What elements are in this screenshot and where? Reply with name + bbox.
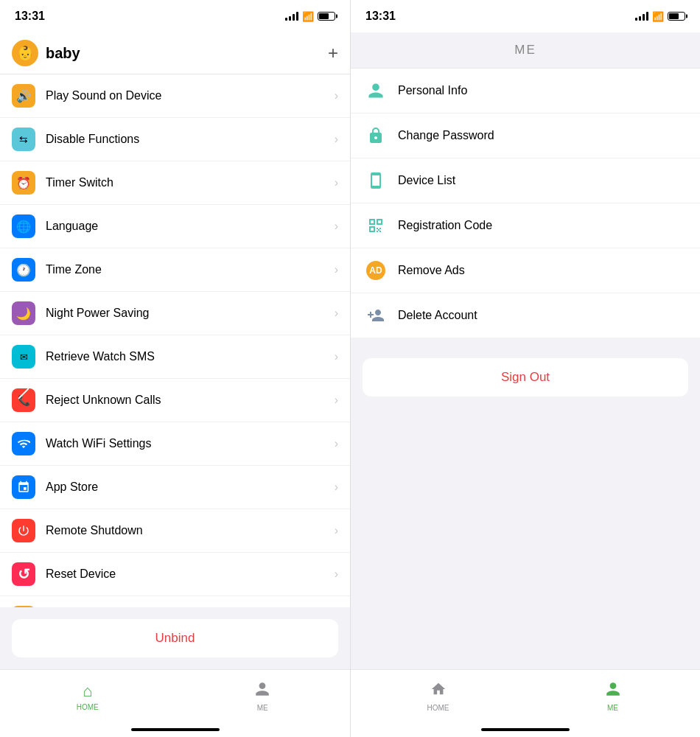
change-password-label: Change Password (398, 129, 685, 142)
device-list-label: Device List (398, 174, 685, 187)
nav-home-left[interactable]: ⌂ HOME (0, 670, 175, 722)
chevron-icon: › (335, 524, 338, 537)
menu-label-timer-switch: Timer Switch (46, 176, 335, 189)
delete-account-icon (365, 305, 386, 326)
device-header: 👶 baby + (0, 32, 350, 74)
wifi-icon: 📶 (302, 11, 314, 22)
chevron-icon: › (335, 394, 338, 407)
chevron-icon: › (335, 263, 338, 276)
menu-item-remote-restart[interactable]: 🔄 Remote Restart › (0, 596, 350, 607)
chevron-icon: › (335, 567, 338, 581)
chevron-icon: › (335, 133, 338, 146)
battery-icon (318, 12, 335, 21)
menu-item-app-store[interactable]: App Store › (0, 466, 350, 509)
menu-item-delete-account[interactable]: Delete Account (351, 293, 700, 338)
bottom-nav-left: ⌂ HOME ME (0, 669, 350, 722)
time-right: 13:31 (365, 10, 396, 23)
menu-label-play-sound: Play Sound on Device (46, 89, 335, 102)
me-title: ME (514, 43, 536, 57)
wifi-icon-right: 📶 (652, 11, 664, 22)
device-menu-list: 🔊 Play Sound on Device › ⇆ Disable Funct… (0, 74, 350, 607)
home-nav-icon-right (430, 681, 447, 702)
remove-ads-icon: AD (365, 260, 386, 281)
chevron-icon: › (335, 350, 338, 363)
menu-item-remove-ads[interactable]: AD Remove Ads (351, 248, 700, 293)
battery-icon-right (668, 12, 685, 21)
menu-item-registration-code[interactable]: Registration Code (351, 203, 700, 248)
menu-label-language: Language (46, 220, 335, 233)
gray-area (351, 408, 700, 669)
signal-icon-right (635, 12, 648, 21)
menu-label-watch-wifi: Watch WiFi Settings (46, 437, 335, 450)
menu-item-language[interactable]: 🌐 Language › (0, 205, 350, 248)
menu-label-reject-calls: Reject Unknown Calls (46, 394, 335, 407)
left-scroll-area: 🔊 Play Sound on Device › ⇆ Disable Funct… (0, 74, 350, 607)
chevron-icon: › (335, 437, 338, 450)
night-power-icon: 🌙 (12, 301, 35, 325)
remove-ads-label: Remove Ads (398, 264, 685, 277)
right-panel: 13:31 📶 ME Personal Info (350, 0, 700, 737)
play-sound-icon: 🔊 (12, 84, 35, 108)
left-panel: 13:31 📶 👶 baby + 🔊 Play Sound on (0, 0, 350, 737)
menu-item-remote-shutdown[interactable]: Remote Shutdown › (0, 509, 350, 553)
remote-shutdown-icon (12, 519, 35, 542)
menu-item-night-power[interactable]: 🌙 Night Power Saving › (0, 292, 350, 335)
menu-item-play-sound[interactable]: 🔊 Play Sound on Device › (0, 74, 350, 118)
menu-label-app-store: App Store (46, 481, 335, 494)
reset-device-icon: ↺ (12, 562, 35, 586)
menu-label-remote-shutdown: Remote Shutdown (46, 524, 335, 537)
home-nav-label-right: HOME (427, 704, 449, 712)
disable-functions-icon: ⇆ (12, 128, 35, 151)
language-icon: 🌐 (12, 214, 35, 238)
nav-me-right[interactable]: ME (525, 670, 700, 722)
home-nav-icon: ⌂ (83, 682, 92, 701)
chevron-icon: › (335, 481, 338, 494)
me-nav-label-right: ME (607, 704, 618, 712)
home-bar-right (481, 728, 570, 731)
chevron-icon: › (335, 307, 338, 320)
section-spacer (351, 338, 700, 346)
status-bar-right: 13:31 📶 (351, 0, 700, 32)
device-name: baby (46, 45, 80, 62)
delete-account-label: Delete Account (398, 309, 685, 322)
home-bar-left (131, 728, 220, 731)
me-nav-icon-right (605, 681, 621, 702)
home-indicator-left (0, 722, 350, 737)
menu-item-retrieve-sms[interactable]: ✉ Retrieve Watch SMS › (0, 335, 350, 379)
change-password-icon (365, 125, 386, 146)
app-store-icon (12, 475, 35, 499)
sign-out-button[interactable]: Sign Out (501, 370, 550, 385)
menu-item-disable-functions[interactable]: ⇆ Disable Functions › (0, 118, 350, 161)
header-left: 👶 baby (12, 40, 80, 66)
me-menu-section: Personal Info Change Password Device Lis… (351, 69, 700, 338)
personal-info-label: Personal Info (398, 84, 685, 97)
nav-home-right[interactable]: HOME (351, 670, 525, 722)
registration-code-label: Registration Code (398, 219, 685, 232)
reject-calls-icon: 📞 (12, 388, 35, 412)
me-nav-icon (254, 681, 270, 702)
menu-item-reject-calls[interactable]: 📞 Reject Unknown Calls › (0, 379, 350, 422)
menu-item-change-password[interactable]: Change Password (351, 113, 700, 158)
menu-item-watch-wifi[interactable]: Watch WiFi Settings › (0, 422, 350, 466)
menu-item-device-list[interactable]: Device List (351, 158, 700, 203)
avatar: 👶 (12, 40, 38, 66)
home-indicator-right (351, 722, 700, 737)
menu-item-reset-device[interactable]: ↺ Reset Device › (0, 553, 350, 596)
status-icons-right: 📶 (635, 11, 685, 22)
status-icons-left: 📶 (285, 11, 335, 22)
nav-me-left[interactable]: ME (175, 670, 351, 722)
time-zone-icon: 🕐 (12, 258, 35, 282)
menu-label-time-zone: Time Zone (46, 263, 335, 276)
add-device-button[interactable]: + (328, 43, 338, 63)
menu-item-time-zone[interactable]: 🕐 Time Zone › (0, 248, 350, 292)
menu-label-disable-functions: Disable Functions (46, 133, 335, 146)
watch-wifi-icon (12, 432, 35, 455)
device-list-icon (365, 170, 386, 191)
personal-info-icon (365, 80, 386, 101)
sign-out-container: Sign Out (363, 358, 688, 397)
menu-item-personal-info[interactable]: Personal Info (351, 69, 700, 113)
status-bar-left: 13:31 📶 (0, 0, 350, 32)
menu-item-timer-switch[interactable]: ⏰ Timer Switch › (0, 161, 350, 205)
remote-restart-icon: 🔄 (12, 606, 35, 607)
unbind-button[interactable]: Unbind (12, 619, 338, 657)
